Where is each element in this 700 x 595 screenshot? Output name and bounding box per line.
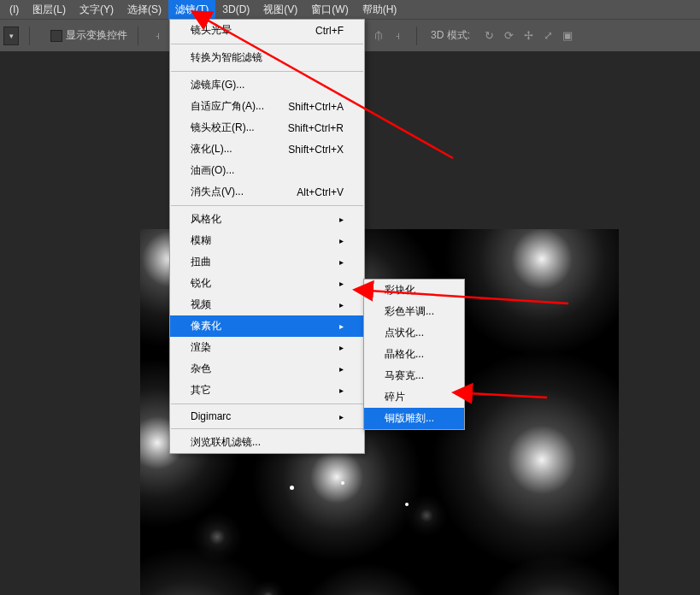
filter-liquefy[interactable]: 液化(L)... Shift+Ctrl+X — [170, 138, 364, 160]
filter-oil-painting[interactable]: 油画(O)... — [170, 160, 364, 181]
menu-view[interactable]: 视图(V) — [256, 0, 304, 20]
rotate-icon[interactable]: ⟳ — [500, 27, 517, 44]
slide-icon[interactable]: ⤢ — [539, 27, 556, 44]
pixelate-crystallize[interactable]: 晶格化... — [364, 344, 464, 365]
filter-sharpen[interactable]: 锐化 — [170, 273, 364, 294]
menu-3d[interactable]: 3D(D) — [215, 1, 256, 18]
separator — [171, 404, 363, 404]
filter-adaptive-wide[interactable]: 自适应广角(A)... Shift+Ctrl+A — [170, 96, 364, 117]
filter-pixelate[interactable]: 像素化 — [170, 315, 364, 337]
filter-lens-correction[interactable]: 镜头校正(R)... Shift+Ctrl+R — [170, 117, 364, 138]
pixelate-dotification[interactable]: 点状化... — [364, 322, 464, 344]
pixelate-fragment[interactable]: 碎片 — [364, 386, 464, 408]
toolbar-dropdown[interactable]: ▾ — [3, 27, 19, 45]
filter-blur[interactable]: 模糊 — [170, 230, 364, 251]
menu-type[interactable]: 文字(Y) — [73, 0, 121, 20]
align-left-icon[interactable]: ⫞ — [149, 27, 166, 44]
filter-lens-flare[interactable]: 镜头光晕 Ctrl+F — [170, 20, 364, 41]
pixelate-mezzotint[interactable]: 铜版雕刻... — [364, 408, 464, 429]
pixelate-colored-halftone[interactable]: 彩色半调... — [364, 301, 464, 322]
orbit-icon[interactable]: ↻ — [480, 27, 497, 44]
checkbox-icon — [50, 30, 62, 42]
filter-render[interactable]: 渲染 — [170, 337, 364, 358]
menu-layer[interactable]: 图层(L) — [26, 0, 73, 20]
filter-convert-smart[interactable]: 转换为智能滤镜 — [170, 47, 364, 68]
distribute-center-icon[interactable]: ⫛ — [370, 27, 387, 44]
mode3d-label: 3D 模式: — [431, 28, 470, 43]
main-menubar: (I) 图层(L) 文字(Y) 选择(S) 滤镜(T) 3D(D) 视图(V) … — [0, 0, 700, 19]
separator — [171, 205, 363, 206]
filter-vanishing-point[interactable]: 消失点(V)... Alt+Ctrl+V — [170, 181, 364, 203]
separator — [171, 428, 363, 429]
separator — [416, 27, 417, 45]
separator — [171, 44, 363, 44]
separator — [29, 27, 30, 45]
menu-filter[interactable]: 滤镜(T) — [168, 0, 215, 20]
filter-gallery[interactable]: 滤镜库(G)... — [170, 74, 364, 96]
camera-icon[interactable]: ▣ — [559, 27, 576, 44]
pixelate-mosaic[interactable]: 马赛克... — [364, 365, 464, 386]
separator — [171, 71, 363, 72]
menu-select[interactable]: 选择(S) — [121, 0, 168, 20]
show-transform-label: 显示变换控件 — [66, 28, 127, 43]
pixelate-color-halftone[interactable]: 彩块化 — [364, 280, 464, 301]
menu-window[interactable]: 窗口(W) — [304, 0, 355, 20]
menu-edit[interactable]: (I) — [3, 1, 26, 18]
pan-icon[interactable]: ✢ — [520, 27, 537, 44]
pixelate-submenu: 彩块化 彩色半调... 点状化... 晶格化... 马赛克... 碎片 铜版雕刻… — [363, 279, 465, 430]
filter-browse-online[interactable]: 浏览联机滤镜... — [170, 432, 364, 453]
distribute-right-icon[interactable]: ⫞ — [389, 27, 406, 44]
filter-menu-dropdown: 镜头光晕 Ctrl+F 转换为智能滤镜 滤镜库(G)... 自适应广角(A)..… — [169, 19, 365, 454]
filter-noise[interactable]: 杂色 — [170, 358, 364, 380]
filter-digimarc[interactable]: Digimarc — [170, 407, 364, 426]
show-transform-checkbox[interactable]: 显示变换控件 — [50, 28, 127, 43]
menu-help[interactable]: 帮助(H) — [356, 0, 404, 20]
filter-stylize[interactable]: 风格化 — [170, 209, 364, 230]
separator — [138, 27, 138, 45]
filter-distort[interactable]: 扭曲 — [170, 251, 364, 273]
filter-other[interactable]: 其它 — [170, 380, 364, 401]
filter-video[interactable]: 视频 — [170, 294, 364, 315]
